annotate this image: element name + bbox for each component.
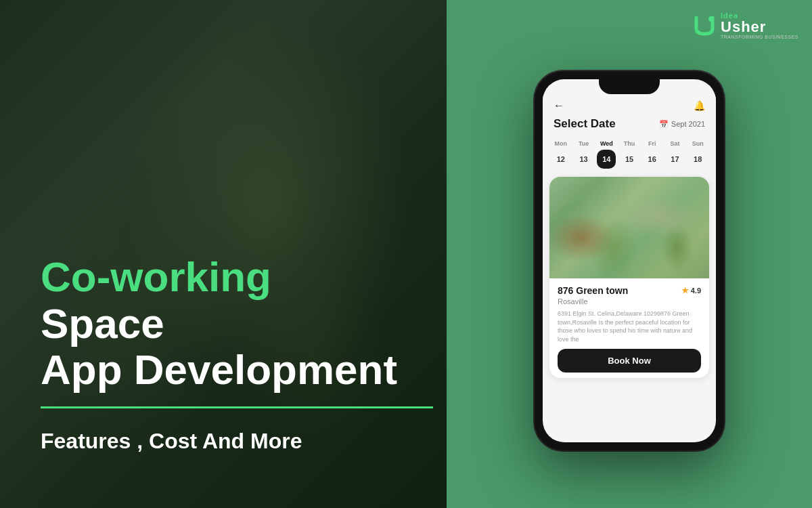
left-panel: Co-working Space App Development Feature…	[0, 0, 447, 508]
day-number: 13	[574, 150, 593, 169]
phone-header: ← 🔔	[543, 94, 716, 114]
phone-notch	[599, 79, 660, 94]
phone-mockup: ← 🔔 Select Date 📅 Sept 2021 Mon12Tue13We…	[535, 71, 724, 450]
property-description: 6391 Elgin St. Celina,Delaware 10299876 …	[558, 310, 701, 343]
hero-content: Co-working Space App Development Feature…	[0, 254, 447, 508]
property-rating: ★ 4.9	[681, 286, 701, 295]
day-name: Sun	[692, 140, 704, 147]
date-section: Select Date 📅 Sept 2021	[543, 114, 716, 137]
day-name: Fri	[648, 140, 656, 147]
calendar-day[interactable]: Fri16	[642, 140, 662, 169]
property-image	[549, 177, 709, 278]
image-overlay	[549, 177, 709, 278]
book-now-button[interactable]: Book Now	[558, 349, 701, 373]
back-icon[interactable]: ←	[554, 100, 564, 112]
select-date-label: Select Date	[554, 117, 616, 131]
property-name-row: 876 Green town ★ 4.9	[558, 285, 701, 296]
calendar-day[interactable]: Wed14	[596, 140, 616, 169]
hero-title-line2: App Development	[41, 346, 397, 393]
calendar-day[interactable]: Mon12	[551, 140, 571, 169]
property-info: 876 Green town ★ 4.9 Rosaville 6391 Elgi…	[549, 278, 709, 378]
phone-screen: ← 🔔 Select Date 📅 Sept 2021 Mon12Tue13We…	[543, 79, 716, 442]
svg-point-0	[708, 16, 714, 22]
hero-title: Co-working Space App Development	[41, 254, 406, 393]
calendar-day[interactable]: Tue13	[574, 140, 594, 169]
day-name: Mon	[555, 140, 568, 147]
day-number: 16	[643, 150, 662, 169]
month-badge: 📅 Sept 2021	[659, 120, 705, 129]
month-text: Sept 2021	[671, 120, 705, 128]
day-number: 15	[620, 150, 639, 169]
hero-subtitle: Features , Cost And More	[41, 429, 406, 454]
day-number: 18	[688, 150, 707, 169]
calendar-row: Mon12Tue13Wed14Thu15Fri16Sat17Sun18	[543, 137, 716, 177]
day-number: 12	[551, 150, 570, 169]
property-location: Rosaville	[558, 297, 701, 305]
calendar-day[interactable]: Sun18	[687, 140, 708, 169]
day-name: Sat	[670, 140, 679, 147]
calendar-day[interactable]: Thu15	[619, 140, 639, 169]
calendar-icon: 📅	[659, 120, 669, 129]
day-number: 17	[665, 150, 684, 169]
calendar-day[interactable]: Sat17	[665, 140, 685, 169]
right-panel: Idea Usher TRANSFORMING BUSINESSES ← 🔔 S…	[447, 0, 812, 508]
rating-value: 4.9	[691, 287, 701, 295]
hero-divider	[41, 406, 433, 408]
logo-icon	[692, 14, 717, 38]
hero-title-rest: Space	[41, 300, 164, 347]
bell-icon: 🔔	[694, 100, 705, 111]
day-name: Tue	[579, 140, 589, 147]
star-icon: ★	[681, 286, 689, 295]
logo-tagline-text: TRANSFORMING BUSINESSES	[721, 35, 798, 39]
logo: Idea Usher TRANSFORMING BUSINESSES	[692, 12, 798, 39]
property-name: 876 Green town	[558, 285, 628, 296]
logo-text: Idea Usher TRANSFORMING BUSINESSES	[721, 12, 798, 39]
day-name: Thu	[624, 140, 635, 147]
logo-usher-text: Usher	[721, 20, 798, 35]
hero-highlight: Co-working	[41, 253, 271, 300]
property-card: 876 Green town ★ 4.9 Rosaville 6391 Elgi…	[549, 177, 709, 378]
day-name: Wed	[600, 140, 613, 147]
day-number: 14	[597, 150, 616, 169]
